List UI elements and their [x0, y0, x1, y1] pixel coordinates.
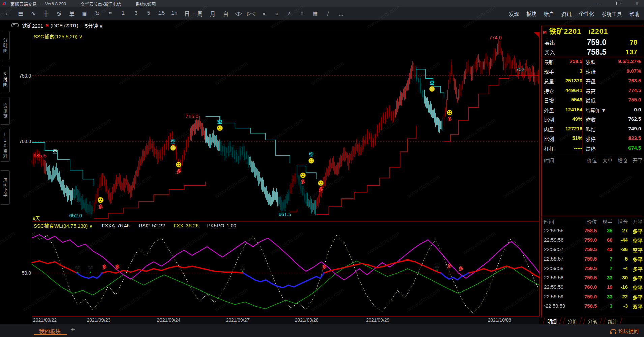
price-annotation: 774.0	[489, 35, 502, 40]
timeframe-周[interactable]: 周	[194, 9, 206, 18]
bar-widen-icon[interactable]: ◁▷	[232, 10, 245, 17]
settlement-dropdown[interactable]: 结算价 ▼	[586, 106, 606, 113]
kline-chart-canvas[interactable]: 多空多空多空多空多空685.5652.0715.0661.5774.0752空空…	[0, 32, 543, 317]
minimize-button[interactable]: —	[594, 1, 604, 6]
line-chart-icon[interactable]: ∿	[27, 10, 40, 17]
menu-资讯[interactable]: 资讯	[561, 10, 572, 17]
tick-row: 22:59:56759.060-44空平	[542, 237, 643, 244]
sub-long-glyph: 多	[322, 264, 327, 270]
signal-marker-short: 空	[217, 119, 223, 131]
tab-my-boards[interactable]: 我的板块	[39, 327, 61, 335]
signal-marker-long: 多	[318, 180, 323, 192]
bottom-bar: 我的板块 + 论坛提问	[0, 324, 644, 337]
svg-text:多: 多	[176, 168, 181, 174]
main-contract-mark: M	[543, 30, 547, 35]
quote-symbol-name: 铁矿2201	[549, 26, 581, 36]
symbol-name: 铁矿2201	[22, 22, 43, 29]
rebound-icon[interactable]: ≶	[53, 10, 65, 17]
timeframe-1[interactable]: 1	[117, 10, 129, 17]
period-selector[interactable]: 5分钟 ∨	[85, 22, 103, 29]
signal-marker-long: 多	[447, 110, 452, 122]
tick-row: 22:59:57759.543-36空平	[542, 246, 643, 253]
tick-table-header: 时间 价位 现手 增仓 开平	[542, 218, 643, 225]
candlestick-icon[interactable]: ╫	[40, 10, 53, 17]
more-icon[interactable]: …	[334, 11, 347, 17]
quote-header: M 铁矿2201 i2201	[543, 26, 643, 36]
toolbar: ←▤∿╫≶单▣↻≈135151h日周月自◁▷▷◁«»«»▦/… 发现板块账户资讯…	[0, 7, 644, 20]
menu-板块[interactable]: 板块	[526, 10, 536, 17]
title-dash: -	[40, 1, 41, 6]
tick-row: 22:59:58759.57-4多平	[542, 265, 643, 272]
layout-grid-icon[interactable]: ▦	[309, 10, 322, 17]
title-bar: 赢顺云端交易 - Ver6.8.290 文华云节点-浙江电信 系统K线图 — ×	[0, 0, 644, 7]
app-title: 赢顺云端交易	[10, 1, 37, 7]
quote-list-icon[interactable]: ▤	[14, 10, 27, 17]
timeframe-日[interactable]: 日	[181, 9, 194, 18]
page-left-icon[interactable]: «	[258, 11, 270, 17]
top-menu: 发现板块账户资讯个性化系统工具帮助	[509, 7, 639, 20]
menu-帮助[interactable]: 帮助	[629, 10, 639, 17]
headphone-icon	[610, 329, 616, 333]
back-icon[interactable]: ←	[1, 10, 14, 17]
quote-symbol-code: i2201	[589, 27, 608, 35]
period-label: 5分钟	[85, 23, 98, 29]
sidebar-item-F10资料[interactable]: F10资料	[1, 129, 10, 162]
refresh-icon[interactable]: ↻	[91, 10, 104, 17]
menu-发现[interactable]: 发现	[509, 10, 519, 17]
menu-账户[interactable]: 账户	[544, 10, 554, 17]
quote-row: 现手3速涨0.07%	[542, 68, 643, 75]
draw-line-icon[interactable]: /	[322, 11, 334, 17]
close-button[interactable]: ×	[632, 1, 642, 7]
ask-volume: 78	[606, 38, 637, 47]
svg-text:空: 空	[309, 152, 314, 157]
sub-short-glyph: 空	[240, 265, 245, 271]
timeframe-月[interactable]: 月	[206, 9, 219, 18]
sidebar-item-资讯链[interactable]: 资讯链	[1, 97, 10, 125]
restore-icon	[616, 2, 620, 5]
indicator-switch-icon[interactable]: ≈	[104, 10, 117, 17]
svg-text:空: 空	[430, 80, 434, 85]
restore-button[interactable]	[613, 1, 623, 6]
price-annotation: 715.0	[185, 113, 198, 119]
sub-short-glyph: 空	[75, 266, 80, 271]
sidebar-item-K线图[interactable]: K线图	[1, 66, 10, 92]
sub-short-glyph: 空	[88, 266, 93, 271]
date-tick: 2021/09/29	[366, 317, 389, 323]
quote-row: 总量251370开盘763.5	[542, 78, 643, 85]
timeframe-5[interactable]: 5	[142, 10, 155, 17]
menu-个性化[interactable]: 个性化	[579, 10, 594, 17]
timeframe-1h[interactable]: 1h	[168, 10, 181, 17]
quote-row: 外盘124154结算价 ▼0.0	[542, 106, 643, 114]
order-ticket-icon[interactable]: 单	[65, 10, 78, 17]
price-annotation: 752	[516, 66, 524, 72]
svg-text:空: 空	[171, 139, 175, 144]
sidebar-item-页面下单[interactable]: 页面下单	[1, 170, 10, 205]
signal-marker-short: 空	[309, 152, 314, 163]
date-tick: 2021/09/23	[87, 317, 111, 323]
link-icon[interactable]	[11, 23, 19, 27]
sidebar-item-分时图[interactable]: 分时图	[1, 31, 10, 60]
scale-down-icon[interactable]: »	[296, 11, 309, 17]
tick-row: ›22:59:59758.53-3双平	[542, 303, 643, 310]
forum-ask-button[interactable]: 论坛提问	[610, 327, 639, 334]
timeframe-自[interactable]: 自	[219, 9, 232, 18]
bid-price: 758.5	[566, 48, 606, 57]
save-icon[interactable]: ▣	[78, 10, 91, 17]
app-version: Ver6.8.290	[45, 1, 66, 6]
main-contract-mark: M	[45, 23, 48, 27]
price-annotation: 652.0	[69, 213, 82, 218]
date-axis: 2021/09/222021/09/232021/09/242021/09/27…	[32, 316, 539, 324]
menu-系统工具[interactable]: 系统工具	[602, 10, 622, 17]
timeframe-15[interactable]: 15	[155, 10, 168, 17]
svg-text:多: 多	[301, 179, 305, 184]
timeframe-3[interactable]: 3	[129, 10, 142, 17]
quote-row: 内盘127216昨结749.0	[542, 126, 643, 133]
bar-narrow-icon[interactable]: ▷◁	[245, 10, 258, 17]
signal-marker-long: 多	[98, 197, 103, 209]
add-board-button[interactable]: +	[71, 326, 75, 334]
scale-up-icon[interactable]: «	[283, 11, 296, 17]
page-right-icon[interactable]: »	[270, 11, 283, 17]
tick-row: 22:59:59760.019-16空平	[542, 284, 643, 291]
symbol-header: 铁矿2201 M (DCE i2201) 5分钟 ∨	[10, 20, 103, 30]
bid-row: 买入 758.5 137	[542, 47, 643, 57]
